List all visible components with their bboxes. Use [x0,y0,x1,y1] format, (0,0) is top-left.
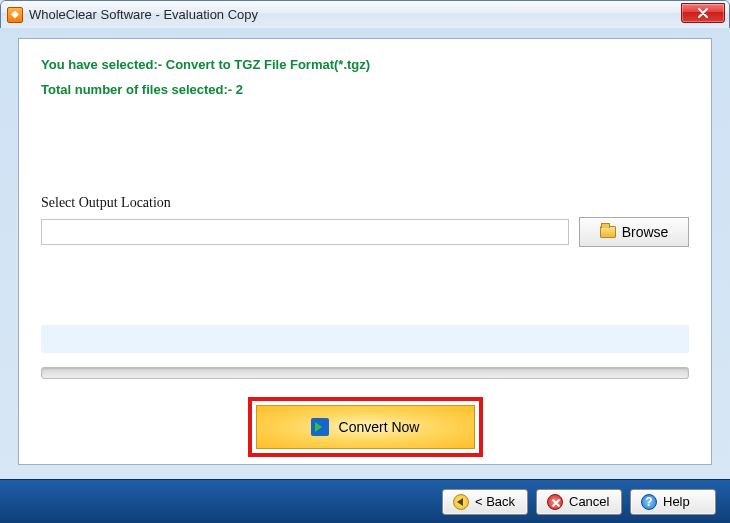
cancel-button[interactable]: Cancel [536,489,622,515]
close-button[interactable] [681,3,725,23]
output-location-input[interactable] [41,219,569,245]
close-icon [698,8,708,18]
convert-now-button[interactable]: Convert Now [256,405,475,449]
client-area: You have selected:- Convert to TGZ File … [0,28,730,523]
output-row: Browse [41,217,689,247]
convert-button-label: Convert Now [339,419,420,435]
info-bar [41,325,689,353]
window-title: WholeClear Software - Evaluation Copy [29,7,258,22]
cancel-icon [547,494,563,510]
app-icon [7,7,23,23]
status-file-count: Total number of files selected:- 2 [41,82,689,97]
footer-bar: < Back Cancel ? Help [0,479,730,523]
help-button-label: Help [663,494,690,509]
titlebar: WholeClear Software - Evaluation Copy [1,1,729,29]
back-button-label: < Back [475,494,515,509]
back-icon [453,494,469,510]
back-button[interactable]: < Back [442,489,528,515]
output-location-label: Select Output Location [41,195,689,211]
progress-bar [41,367,689,379]
status-selected-format: You have selected:- Convert to TGZ File … [41,57,689,72]
convert-highlight: Convert Now [248,397,483,457]
help-icon: ? [641,494,657,510]
help-button[interactable]: ? Help [630,489,716,515]
convert-icon [311,418,329,436]
browse-button-label: Browse [622,224,669,240]
folder-icon [600,226,616,238]
browse-button[interactable]: Browse [579,217,689,247]
main-panel: You have selected:- Convert to TGZ File … [18,38,712,465]
cancel-button-label: Cancel [569,494,609,509]
